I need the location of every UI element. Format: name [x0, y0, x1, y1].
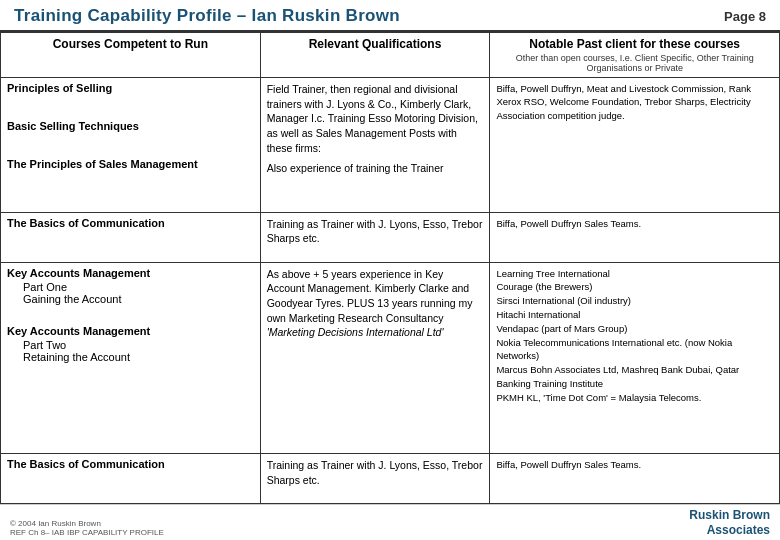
course-basic-selling: Basic Selling Techniques [7, 120, 254, 132]
qual-text-1b: Also experience of training the Trainer [267, 161, 484, 176]
course-gaining-account: Gaining the Account [7, 293, 254, 305]
table-row: Key Accounts Management Part One Gaining… [1, 262, 780, 453]
page-footer: © 2004 Ian Ruskin Brown REF Ch 8– IAB IB… [0, 504, 780, 540]
col-header-notable: Notable Past client for these courses Ot… [490, 33, 780, 78]
qual-text-5: Training as Trainer with J. Lyons, Esso,… [267, 458, 484, 487]
page: Training Capability Profile – Ian Ruskin… [0, 0, 780, 540]
course-key-accounts-2: Key Accounts Management [7, 325, 254, 337]
table-row: The Basics of Communication Training as … [1, 454, 780, 504]
qual-text-2: Training as Trainer with J. Lyons, Esso,… [267, 217, 484, 246]
qual-cell-1: Field Trainer, then regional and divisio… [260, 78, 490, 213]
notable-text-2: Biffa, Powell Duffryn Sales Teams. [496, 217, 773, 230]
qual-cell-5: Training as Trainer with J. Lyons, Esso,… [260, 454, 490, 504]
qual-text-1: Field Trainer, then regional and divisio… [267, 82, 484, 155]
notable-text-3: Learning Tree International Courage (the… [496, 267, 773, 405]
course-principles-sales-mgmt: The Principles of Sales Management [7, 158, 254, 170]
course-principles-of-selling: Principles of Selling [7, 82, 254, 94]
notable-subtitle: Other than open courses, I.e. Client Spe… [496, 53, 773, 73]
footer-left: © 2004 Ian Ruskin Brown REF Ch 8– IAB IB… [10, 519, 164, 537]
courses-cell-3: Key Accounts Management Part One Gaining… [1, 262, 261, 453]
col-header-courses: Courses Competent to Run [1, 33, 261, 78]
courses-cell-2: The Basics of Communication [1, 212, 261, 262]
page-header: Training Capability Profile – Ian Ruskin… [0, 0, 780, 32]
ruskin-brown-logo: Ruskin Brown Associates [689, 508, 770, 537]
course-key-accounts-1: Key Accounts Management [7, 267, 254, 279]
notable-cell-2: Biffa, Powell Duffryn Sales Teams. [490, 212, 780, 262]
qual-cell-2: Training as Trainer with J. Lyons, Esso,… [260, 212, 490, 262]
copyright: © 2004 Ian Ruskin Brown [10, 519, 164, 528]
footer-logo: Ruskin Brown Associates [689, 508, 770, 537]
main-table: Courses Competent to Run Relevant Qualif… [0, 32, 780, 504]
course-basics-communication-1: The Basics of Communication [7, 217, 254, 229]
col-header-qualifications: Relevant Qualifications [260, 33, 490, 78]
ref: REF Ch 8– IAB IBP CAPABILITY PROFILE [10, 528, 164, 537]
notable-cell-3: Learning Tree International Courage (the… [490, 262, 780, 453]
course-basics-communication-2: The Basics of Communication [7, 458, 254, 470]
course-key-accounts-part-one: Part One [7, 281, 254, 293]
notable-cell-1: Biffa, Powell Duffryn, Meat and Livestoc… [490, 78, 780, 213]
table-row: The Basics of Communication Training as … [1, 212, 780, 262]
qual-cell-3: As above + 5 years experience in Key Acc… [260, 262, 490, 453]
course-key-accounts-part-two: Part Two [7, 339, 254, 351]
page-title: Training Capability Profile – Ian Ruskin… [14, 6, 400, 26]
courses-cell-1: Principles of Selling Basic Selling Tech… [1, 78, 261, 213]
table-row: Principles of Selling Basic Selling Tech… [1, 78, 780, 213]
courses-cell-5: The Basics of Communication [1, 454, 261, 504]
notable-text-1: Biffa, Powell Duffryn, Meat and Livestoc… [496, 82, 773, 122]
qual-text-3: As above + 5 years experience in Key Acc… [267, 267, 484, 340]
page-number: Page 8 [724, 9, 766, 24]
notable-text-5: Biffa, Powell Duffryn Sales Teams. [496, 458, 773, 471]
notable-cell-5: Biffa, Powell Duffryn Sales Teams. [490, 454, 780, 504]
course-retaining-account: Retaining the Account [7, 351, 254, 363]
